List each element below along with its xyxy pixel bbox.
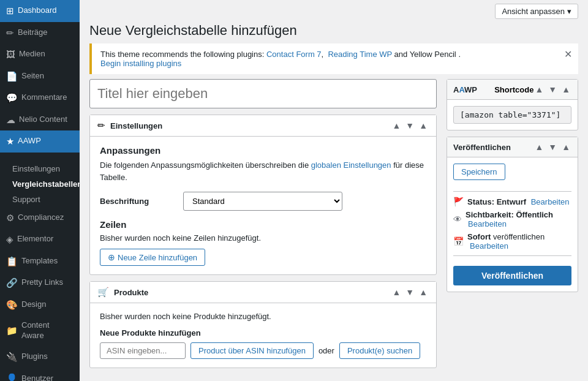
produkte-panel-title: Produkte xyxy=(114,288,391,297)
panel-controls: ▲ ▼ ▲ xyxy=(391,121,429,130)
sidebar-item-plugins[interactable]: 🔌 Plugins xyxy=(0,346,80,368)
panel-down-button[interactable]: ▼ xyxy=(404,121,415,130)
main-column: ✏ Einstellungen ▲ ▼ ▲ Anpassungen Die fo… xyxy=(89,79,437,371)
oder-text: oder xyxy=(318,346,334,355)
panel-up-button[interactable]: ▲ xyxy=(391,121,402,130)
produkte-collapse-button[interactable]: ▲ xyxy=(418,287,429,297)
sidebar-item-elementor[interactable]: ◈ Elementor xyxy=(0,228,80,251)
veroeffentlichen-collapse-button[interactable]: ▲ xyxy=(560,142,571,152)
dashboard-icon: ⊞ xyxy=(6,5,14,17)
sichtbarkeit-row: 👁 Sichtbarkeit: Öffentlich Bearbeiten xyxy=(453,210,571,228)
medien-icon: 🖼 xyxy=(6,48,15,61)
publish-button[interactable]: Veröffentlichen xyxy=(453,266,571,285)
einstellungen-panel: ✏ Einstellungen ▲ ▼ ▲ Anpassungen Die fo… xyxy=(89,115,437,275)
pretty-links-icon: 🔗 xyxy=(6,277,18,289)
templates-icon: 📋 xyxy=(6,255,18,268)
main-content: Ansicht anpassen ▾ Neue Vergleichstabell… xyxy=(80,0,588,381)
zeilen-title: Zeilen xyxy=(100,219,426,230)
page-title: Neue Vergleichstabelle hinzufügen xyxy=(80,23,588,39)
sidebar-sub-vergleichstabellen[interactable]: Vergleichstabellen xyxy=(0,176,80,192)
anpassungen-title: Anpassungen xyxy=(100,145,426,156)
aawp-shortcode-panel: AAWP Shortcode ▲ ▼ ▲ [amazon table="3371… xyxy=(447,79,578,130)
eye-icon: 👁 xyxy=(453,214,462,224)
produkte-panel: 🛒 Produkte ▲ ▼ ▲ Bisher wurden noch kein… xyxy=(89,281,437,368)
einstellungen-panel-header: ✏ Einstellungen ▲ ▼ ▲ xyxy=(90,115,436,137)
veroeffentlichen-panel: Veröffentlichen ▲ ▼ ▲ Speichern 🚩 xyxy=(447,137,578,292)
panel-collapse-button[interactable]: ▲ xyxy=(418,121,429,130)
sidebar-sub-einstellungen[interactable]: Einstellungen xyxy=(0,161,80,176)
zeilen-empty-text: Bisher wurden noch keine Zeilen hinzugef… xyxy=(100,233,426,243)
asin-add-button[interactable]: Product über ASIN hinzufügen xyxy=(190,342,314,359)
suchen-button[interactable]: Produkt(e) suchen xyxy=(339,342,420,359)
shortcode-down-button[interactable]: ▼ xyxy=(547,85,558,94)
sidebar-item-content-aware[interactable]: 📁 Content Aware xyxy=(0,315,80,346)
sofort-row: 📅 Sofort veröffentlichen Bearbeiten xyxy=(453,232,571,251)
flag-icon: 🚩 xyxy=(453,197,464,206)
beschriftung-select[interactable]: Standard xyxy=(183,192,342,211)
sidebar-item-dashboard[interactable]: ⊞ Dashboard xyxy=(0,0,80,22)
sidebar-item-aawp[interactable]: ★ AAWP xyxy=(0,130,80,153)
veroeffentlichen-controls: ▲ ▼ ▲ xyxy=(533,142,571,152)
notice-close-button[interactable]: ✕ xyxy=(564,48,572,60)
produkte-panel-header: 🛒 Produkte ▲ ▼ ▲ xyxy=(90,282,436,303)
veroeffentlichen-header: Veröffentlichen ▲ ▼ ▲ xyxy=(447,137,578,157)
einstellungen-panel-body: Anpassungen Die folgenden Anpassungsmögl… xyxy=(90,137,436,274)
shortcode-collapse-button[interactable]: ▲ xyxy=(560,85,571,94)
sichtbarkeit-edit-link[interactable]: Bearbeiten xyxy=(468,219,507,228)
shortcode-body: [amazon table="3371"] xyxy=(447,100,578,130)
title-input[interactable] xyxy=(89,79,437,108)
plus-icon: ⊕ xyxy=(108,252,115,262)
top-bar: Ansicht anpassen ▾ xyxy=(80,0,588,23)
speichern-button[interactable]: Speichern xyxy=(453,164,505,180)
produkte-up-button[interactable]: ▲ xyxy=(391,287,402,297)
add-row-button[interactable]: ⊕ Neue Zeile hinzufügen xyxy=(100,249,205,266)
sidebar-item-seiten[interactable]: 📄 Seiten xyxy=(0,66,80,88)
sidebar-item-compliancez[interactable]: ⚙ Compliancez xyxy=(0,207,80,229)
status-edit-link[interactable]: Bearbeiten xyxy=(531,197,570,206)
asin-input[interactable] xyxy=(100,342,186,359)
sidebar-item-design[interactable]: 🎨 Design xyxy=(0,294,80,316)
notice-box: This theme recommends the following plug… xyxy=(89,43,578,74)
content-aware-icon: 📁 xyxy=(6,325,18,337)
neue-produkte-title: Neue Produkte hinzufügen xyxy=(100,328,426,338)
produkte-inputs-row: Product über ASIN hinzufügen oder Produk… xyxy=(100,342,426,359)
sidebar-item-nelio[interactable]: ☁ Nelio Content xyxy=(0,109,80,131)
aawp-shortcode-header: AAWP Shortcode ▲ ▼ ▲ xyxy=(447,80,578,100)
aawp-section-label xyxy=(0,153,80,161)
veroeffentlichen-down-button[interactable]: ▼ xyxy=(547,142,558,152)
globale-einstellungen-link[interactable]: globalen Einstellungen xyxy=(311,160,391,170)
sidebar-item-templates[interactable]: 📋 Templates xyxy=(0,251,80,273)
nelio-icon: ☁ xyxy=(6,114,15,126)
content-area: ✏ Einstellungen ▲ ▼ ▲ Anpassungen Die fo… xyxy=(80,79,588,381)
notice-plugin2-link[interactable]: Reading Time WP xyxy=(328,50,392,59)
sidebar-item-pretty-links[interactable]: 🔗 Pretty Links xyxy=(0,272,80,294)
produkte-down-button[interactable]: ▼ xyxy=(404,287,415,297)
compliancez-icon: ⚙ xyxy=(6,212,14,224)
sidebar: ⊞ Dashboard ✏ Beiträge 🖼 Medien 📄 Seiten… xyxy=(0,0,80,381)
cart-icon: 🛒 xyxy=(97,287,109,298)
beschriftung-field-row: Beschriftung Standard xyxy=(100,192,426,211)
sidebar-item-benutzer[interactable]: 👤 Benutzer xyxy=(0,368,80,381)
shortcode-label: Shortcode xyxy=(494,85,533,94)
notice-plugin3: Yellow Pencil xyxy=(410,50,456,59)
seiten-icon: 📄 xyxy=(6,70,18,83)
veroeffentlichen-up-button[interactable]: ▲ xyxy=(533,142,545,152)
produkte-panel-body: Bisher wurden noch keine Produkte hinzug… xyxy=(90,303,436,368)
notice-plugin1-link[interactable]: Contact Form 7 xyxy=(266,50,322,59)
right-sidebar: AAWP Shortcode ▲ ▼ ▲ [amazon table="3371… xyxy=(447,79,578,371)
ansicht-anpassen-button[interactable]: Ansicht anpassen ▾ xyxy=(495,4,578,19)
chevron-down-icon: ▾ xyxy=(567,7,571,16)
notice-text-before: This theme recommends the following plug… xyxy=(100,50,266,59)
shortcode-up-button[interactable]: ▲ xyxy=(533,85,545,94)
begin-installing-link[interactable]: Begin installing plugins xyxy=(100,59,181,68)
status-row: 🚩 Status: Entwurf Bearbeiten xyxy=(453,197,571,206)
sidebar-item-kommentare[interactable]: 💬 Kommentare xyxy=(0,87,80,109)
sidebar-item-medien[interactable]: 🖼 Medien xyxy=(0,43,80,66)
veroeffentlichen-title: Veröffentlichen xyxy=(453,143,533,152)
pencil-icon: ✏ xyxy=(97,120,105,131)
sofort-edit-link[interactable]: Bearbeiten xyxy=(470,241,508,251)
sidebar-sub-support[interactable]: Support xyxy=(0,192,80,207)
shortcode-value[interactable]: [amazon table="3371"] xyxy=(453,106,571,124)
notice-text-and: and xyxy=(394,50,410,59)
sidebar-item-beitraege[interactable]: ✏ Beiträge xyxy=(0,22,80,44)
